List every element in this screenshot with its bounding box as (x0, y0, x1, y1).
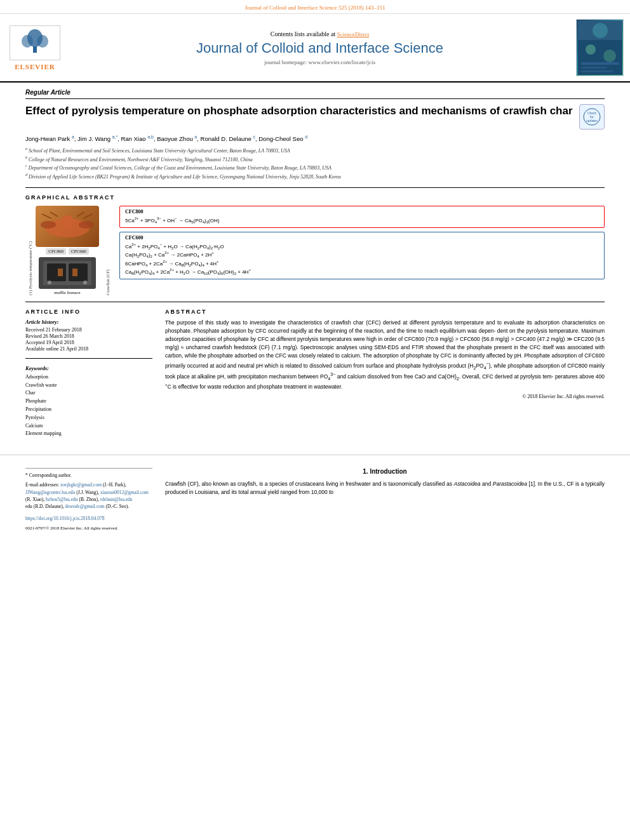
email-addresses: E-mail addresses: zoejkgkr@gmail.com (J.… (25, 481, 152, 510)
cfc800-title: CFC800 (125, 209, 599, 215)
intro-text: Crawfish (CF), also known as crayfish, i… (165, 480, 605, 497)
graphical-abstract-label: GRAPHICAL ABSTRACT (25, 194, 605, 201)
ga-images-row: (1) Pyrolysis temperature (°C) (25, 206, 113, 295)
svg-rect-29 (58, 269, 63, 276)
abstract-col: ABSTRACT The purpose of this study was t… (165, 309, 605, 442)
email-zhou-link[interactable]: bzhou5@lsu.edu (46, 497, 77, 502)
muffle-furnace-image (39, 257, 96, 289)
svg-line-21 (50, 212, 58, 217)
svg-rect-26 (69, 263, 88, 281)
email-xiao-link[interactable]: xiaoran0012@gmail.com (100, 490, 149, 495)
section-divider-1 (25, 187, 605, 188)
ga-pyrolysis-label: (1) Pyrolysis temperature (°C) (25, 206, 36, 295)
keywords-title: Keywords: (25, 365, 152, 371)
svg-point-6 (593, 23, 608, 38)
article-info-label: ARTICLE INFO (25, 309, 152, 315)
crawfish-image (36, 206, 99, 247)
ga-content: (1) Pyrolysis temperature (°C) (25, 206, 605, 295)
keyword-crawfish: Crawfish waste (25, 382, 152, 390)
article-info-abstract: ARTICLE INFO Article history: Received 2… (25, 309, 605, 442)
article-title-row: Effect of pyrolysis temperature on phosp… (25, 104, 605, 130)
crawfish-svg (39, 209, 96, 244)
svg-point-27 (48, 281, 51, 284)
contents-label: Contents lists available at ScienceDirec… (70, 30, 570, 37)
section-divider-2 (25, 302, 605, 302)
journal-homepage: journal homepage: www.elsevier.com/locat… (70, 59, 570, 65)
affiliation-d: d Division of Applied Life Science (BK21… (25, 172, 605, 181)
svg-point-28 (83, 281, 87, 284)
cfc600-eq-1: Ca2+ + 2H2PO4− + H2O → Ca(H2PO4)2·H2O (125, 243, 599, 250)
svg-rect-1 (33, 46, 37, 53)
article-info-col: ARTICLE INFO Article history: Received 2… (25, 309, 152, 442)
footnotes-col: * Corresponding author. E-mail addresses… (25, 468, 152, 531)
email-wang-link[interactable]: JJWang@agcenter.lsu.edu (25, 490, 75, 495)
affiliation-b: b College of Natural Resources and Envir… (25, 155, 605, 164)
affiliations: a School of Plant, Environmental and Soi… (25, 146, 605, 181)
svg-line-20 (42, 214, 51, 218)
ga-reactions: CFC800 5Ca2+ + 3PO43− + OH− → Ca5(PO4)3(… (119, 206, 605, 295)
graphical-abstract-section: GRAPHICAL ABSTRACT (1) Pyrolysis tempera… (25, 194, 605, 295)
email-label: E-mail addresses: (25, 482, 59, 488)
article-type: Regular Article (25, 89, 605, 99)
svg-point-17 (41, 221, 56, 229)
affiliation-a: a School of Plant, Environmental and Soi… (25, 146, 605, 155)
cfc800-strip-label: CFC800 (46, 248, 66, 255)
svg-point-7 (586, 44, 596, 55)
cfc800-eq: 5Ca2+ + 3PO43− + OH− → Ca5(PO4)3(OH) (125, 217, 599, 224)
elsevier-logo: ELSEVIER (6, 25, 64, 70)
email-park-link[interactable]: zoejkgkr@gmail.com (60, 482, 102, 488)
cfc600-eq-2: Ca(H2PO4)2 + Ca2+ → 2CaHPO4 + 2H+ (125, 251, 599, 258)
ga-cfc-labels: CFC800 CFC600 (46, 248, 88, 255)
check-updates-badge: Check for updates (579, 104, 605, 130)
svg-text:updates: updates (586, 119, 598, 123)
keyword-precipitation: Precipitation (25, 406, 152, 414)
keyword-calcium: Calcium (25, 422, 152, 430)
received-date: Received 21 February 2018 (25, 327, 152, 333)
info-divider (25, 358, 152, 359)
cfc600-strip-label: CFC600 (69, 248, 89, 255)
elsevier-text: ELSEVIER (15, 63, 55, 70)
cfc600-title: CFC600 (125, 235, 599, 241)
svg-point-2 (22, 35, 33, 48)
abstract-text: The purpose of this study was to investi… (165, 319, 605, 391)
main-divider (0, 455, 630, 455)
elsevier-tree-icon (18, 29, 53, 57)
keyword-char: Char (25, 389, 152, 397)
svg-point-18 (79, 221, 94, 229)
sciencedirect-link[interactable]: ScienceDirect (337, 31, 369, 37)
svg-rect-10 (581, 67, 607, 69)
doi-link[interactable]: https://doi.org/10.1016/j.jcis.2018.04.0… (25, 516, 104, 521)
revised-date: Revised 26 March 2018 (25, 333, 152, 339)
issn-copyright: 0021-9797/© 2018 Elsevier Inc. All right… (25, 525, 152, 532)
abstract-label: ABSTRACT (165, 309, 605, 315)
journal-center: Contents lists available at ScienceDirec… (70, 30, 570, 65)
keywords-section: Keywords: Adsorption Crawfish waste Char… (25, 365, 152, 438)
svg-line-22 (83, 214, 93, 218)
muffle-furnace-label: muffle furnace (54, 290, 80, 295)
article-content: Regular Article Effect of pyrolysis temp… (0, 83, 630, 448)
accepted-date: Accepted 19 April 2018 (25, 340, 152, 345)
email-delaune-link[interactable]: rdelaun@lsu.edu (100, 497, 133, 502)
svg-rect-25 (47, 263, 66, 281)
svg-point-3 (37, 35, 48, 48)
ga-images-stack: CFC800 CFC600 (36, 206, 99, 295)
article-title: Effect of pyrolysis temperature on phosp… (25, 104, 573, 118)
cfc600-eq-3: 6CaHPO4 + 2Ca2+ → Ca8(H2PO4)4 + 4H+ (125, 260, 599, 267)
svg-point-8 (603, 50, 616, 62)
cfc600-reaction-box: CFC600 Ca2+ + 2H2PO4− + H2O → Ca(H2PO4)2… (119, 232, 605, 279)
journal-cover-image (576, 19, 624, 76)
svg-rect-30 (72, 269, 77, 276)
keyword-phosphate: Phosphate (25, 397, 152, 406)
article-history-title: Article history: (25, 319, 152, 325)
affiliation-c: c Department of Oceanography and Costal … (25, 163, 605, 172)
ga-crawfish-label: Crawfish (CF) (103, 206, 113, 295)
introduction-col: 1. Introduction Crawfish (CF), also know… (165, 468, 605, 531)
authors: Jong-Hwan Park a, Jim J. Wang a,*, Ran X… (25, 135, 605, 142)
journal-reference-link[interactable]: Journal of Colloid and Interface Science… (245, 4, 385, 11)
intro-title: 1. Introduction (165, 468, 605, 475)
furnace-svg (42, 260, 93, 286)
elsevier-logo-box (10, 25, 60, 60)
journal-reference-bar: Journal of Colloid and Interface Science… (0, 0, 630, 14)
keywords-list: Adsorption Crawfish waste Char Phosphate… (25, 373, 152, 438)
email-seo-link[interactable]: drseodc@gmail.com (65, 503, 104, 509)
